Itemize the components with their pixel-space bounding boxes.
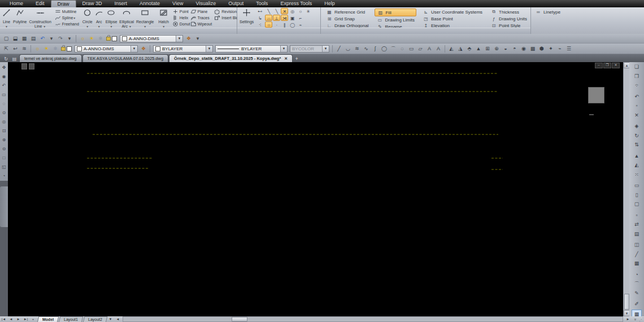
- solids-mini-tool-1[interactable]: ◮: [456, 45, 464, 53]
- draw-mini-tool-11[interactable]: A: [434, 45, 442, 53]
- zoom-object-icon[interactable]: ⊡: [1, 127, 7, 136]
- prev-layout-button[interactable]: ◄: [7, 317, 15, 321]
- copy-nested-icon[interactable]: ❐: [632, 72, 642, 81]
- layout-list-dropdown[interactable]: ▼: [107, 317, 114, 321]
- draw-mini-tool-3[interactable]: ∿: [362, 45, 370, 53]
- match-properties-button[interactable]: ≋: [20, 45, 28, 53]
- draw-tool-freehand[interactable]: Freehand: [55, 21, 79, 27]
- draw-mini-tool-4[interactable]: ʃ: [371, 45, 379, 53]
- zoom-out-icon[interactable]: ⊖: [1, 145, 7, 154]
- stretch-icon[interactable]: ⇄: [632, 220, 642, 229]
- draw-mini-tool-9[interactable]: ▱: [416, 45, 424, 53]
- zoom-in-icon[interactable]: ⊕: [1, 136, 7, 145]
- zoom-scale-icon[interactable]: ⊙: [1, 108, 7, 118]
- undo-mark-icon[interactable]: ↶: [632, 93, 642, 101]
- setting-grid-snap[interactable]: ⊞Grid Snap: [324, 15, 370, 22]
- chevron-down-icon[interactable]: ▼: [280, 46, 287, 52]
- last-layout-button[interactable]: ►|: [22, 317, 29, 321]
- new-layout-button[interactable]: +: [29, 317, 37, 321]
- draw-tool-hatch[interactable]: Hatch ▼: [158, 8, 170, 28]
- layer-combo[interactable]: A-ANNO-DIMS▼: [75, 45, 138, 53]
- point-array-icon[interactable]: ⁘: [632, 81, 642, 90]
- draw-tool-line[interactable]: Line ▼: [1, 8, 12, 28]
- ribbon-tab-express-tools[interactable]: Express Tools: [274, 0, 318, 7]
- zoom-previous-icon[interactable]: ↶: [1, 81, 7, 90]
- collapse-panel-button[interactable]: »: [632, 317, 639, 321]
- solids-mini-tool-2[interactable]: ⬘: [465, 45, 473, 53]
- ribbon-tab-help[interactable]: Help: [318, 0, 341, 7]
- layout-tab-layout2[interactable]: Layout2: [83, 316, 108, 322]
- rotate-icon[interactable]: ↻: [632, 132, 642, 140]
- draw-tool-elliptical-arc[interactable]: EllipticalArc ▼: [118, 8, 135, 28]
- draw-mini-tool-2[interactable]: ≋: [353, 45, 361, 53]
- view-orientation-button[interactable]: [21, 63, 27, 69]
- ribbon-tab-output[interactable]: Output: [222, 0, 250, 7]
- solids-mini-tool-4[interactable]: ⊞: [484, 45, 491, 53]
- ribbon-tab-annotate[interactable]: Annotate: [133, 0, 166, 7]
- chevron-down-icon[interactable]: ▼: [176, 36, 182, 42]
- snap-toggle-2-1[interactable]: ·: [273, 21, 280, 28]
- scroll-right-icon[interactable]: ►: [624, 317, 632, 321]
- chevron-down-icon[interactable]: ▼: [206, 46, 212, 52]
- vertical-scrollbar[interactable]: ▲ ▼: [623, 62, 629, 316]
- setting-drawing-limits[interactable]: ▭Drawing Limits: [375, 16, 416, 23]
- arc-edit-icon[interactable]: ◔: [632, 271, 642, 279]
- setting-linetype[interactable]: ═Linetype: [533, 8, 562, 15]
- snap-toggle-0-0[interactable]: ╲: [265, 8, 272, 14]
- zoom-realtime-icon[interactable]: ◉: [1, 72, 7, 81]
- snap-toggle-1-3[interactable]: ▣: [289, 15, 296, 21]
- draw-tool-circle[interactable]: Circle ▼: [81, 8, 94, 28]
- draw-tool-spline[interactable]: Spline ▼: [55, 15, 79, 21]
- solids-mini-tool-7[interactable]: ◓: [511, 45, 519, 53]
- minimize-icon[interactable]: –: [595, 63, 603, 68]
- tab-list-icon[interactable]: ▤: [11, 56, 18, 62]
- zoom-center-icon[interactable]: ◎: [1, 118, 7, 127]
- layer-properties-button[interactable]: ❖: [185, 35, 193, 42]
- draw-tool-traces[interactable]: Traces: [190, 15, 212, 21]
- setting-fill[interactable]: ▨Fill: [375, 8, 416, 16]
- rect-tool-3-icon[interactable]: ▢: [632, 200, 642, 208]
- draw-tool-ellipse[interactable]: Ellipse ▼: [105, 8, 119, 28]
- layout-tab-layout1[interactable]: Layout1: [59, 316, 84, 322]
- chamfer-icon[interactable]: ▲: [632, 152, 642, 160]
- pen-icon[interactable]: ✎: [632, 289, 642, 298]
- snap-toggle-2-4[interactable]: ⌁: [297, 21, 304, 28]
- snap-toggle-0-1[interactable]: ╲: [273, 8, 280, 14]
- layer-properties-button[interactable]: ❖: [140, 45, 147, 53]
- ribbon-tab-home[interactable]: Home: [3, 0, 29, 7]
- solids-mini-tool-6[interactable]: ◒: [502, 45, 510, 53]
- snap-toggle-0-4[interactable]: ○: [297, 8, 304, 14]
- ribbon-tab-visualize[interactable]: Visualize: [189, 0, 222, 7]
- undo-dropdown[interactable]: ▾: [47, 35, 55, 42]
- draw-mini-tool-10[interactable]: A: [425, 45, 433, 53]
- draw-tool-construction-line[interactable]: ConstructionLine ▼: [28, 8, 53, 28]
- erase-icon[interactable]: ✕: [632, 111, 642, 120]
- color-combo[interactable]: BYLAYER▼: [153, 45, 213, 53]
- drawing-canvas[interactable]: – ❐ ✕: [8, 62, 623, 316]
- tab-scroll-icon[interactable]: ↻: [2, 56, 10, 62]
- horizontal-scrollbar[interactable]: [123, 316, 623, 322]
- pan-icon[interactable]: ✥: [1, 63, 7, 72]
- draw-tool-arc[interactable]: Arc ▼: [94, 8, 105, 28]
- setting-user-coordinate-systems[interactable]: ⊾User Coordinate Systems: [421, 8, 484, 15]
- plot-style-combo[interactable]: BYCOLOR▼: [290, 45, 329, 53]
- rect-small-icon[interactable]: ▫: [632, 211, 642, 220]
- pencil-icon[interactable]: ✐: [632, 300, 642, 308]
- solids-mini-tool-11[interactable]: ✦: [547, 45, 555, 53]
- mirror-icon[interactable]: ◈: [632, 122, 642, 130]
- draw-tool-rectangle[interactable]: Rectangle ▼: [135, 8, 155, 28]
- solids-mini-tool-10[interactable]: ⬢: [538, 45, 546, 53]
- close-tab-icon[interactable]: ✕: [284, 56, 288, 60]
- draw-mini-tool-1[interactable]: ◡: [344, 45, 352, 53]
- layer-lock-icon[interactable]: [106, 37, 111, 41]
- document-tab-temel-ve-ankraj-plakas-dwg[interactable]: temel ve ankraj plakası.dwg: [19, 54, 82, 62]
- rect-tool-1-icon[interactable]: ▭: [632, 181, 642, 190]
- layer-on-icon[interactable]: ☼: [33, 45, 41, 53]
- properties-panel-tab[interactable]: [0, 186, 8, 227]
- snap-toggle-1-2[interactable]: ⋊: [281, 15, 288, 21]
- named-views-icon[interactable]: ◔: [1, 172, 7, 181]
- snap-toggle-1-0[interactable]: ⌓: [265, 15, 272, 21]
- draw-tool-point[interactable]: Point: [172, 8, 190, 15]
- snap-toggle-2-2[interactable]: ∥: [281, 21, 288, 28]
- save-button[interactable]: ▦: [20, 35, 28, 42]
